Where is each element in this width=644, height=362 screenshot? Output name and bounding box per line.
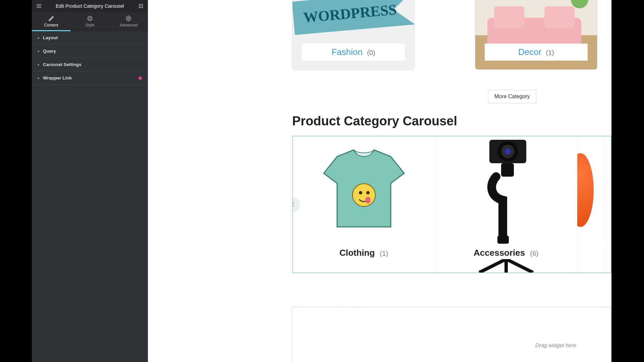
svg-rect-6 (139, 7, 140, 8)
slide-image (435, 136, 577, 244)
accordion-label: Wrapper Link (43, 75, 72, 80)
carousel-slide-accessories[interactable]: Accessories (6) (435, 136, 577, 273)
svg-point-10 (88, 16, 92, 21)
grid-icon[interactable] (137, 2, 145, 10)
slide-label: Clothing (1) (305, 244, 423, 261)
tab-style-label: Style (86, 23, 95, 27)
tab-advanced-label: Advanced (120, 23, 138, 27)
sidebar-title: Edit Product Category Carousel (43, 3, 137, 9)
svg-rect-0 (139, 4, 140, 5)
accordion-wrapper-link[interactable]: ▸ Wrapper Link (32, 71, 148, 85)
accordion-query[interactable]: ▸ Query (32, 45, 148, 58)
svg-rect-22 (501, 163, 514, 177)
product-peek-icon (577, 153, 594, 227)
category-label: Fashion (0) (302, 44, 405, 61)
category-label: Decor (1) (485, 44, 588, 61)
carousel-slide-partial[interactable] (577, 136, 604, 273)
section-title: Product Category Carousel (292, 114, 611, 128)
hamburger-icon[interactable] (35, 2, 43, 10)
svg-rect-1 (141, 4, 142, 5)
camera-gimbal-icon (469, 136, 543, 244)
svg-rect-23 (497, 236, 509, 244)
carousel-slide-clothing[interactable]: Clothing (1) (293, 136, 435, 273)
accordion-carousel-settings[interactable]: ▸ Carousel Settings (32, 58, 148, 71)
category-count: (0) (367, 49, 375, 56)
accordion-label: Carousel Settings (43, 62, 82, 67)
svg-point-16 (366, 191, 370, 194)
tab-advanced[interactable]: Advanced (109, 12, 148, 31)
slide-name: Clothing (339, 248, 375, 258)
pencil-icon (48, 15, 54, 21)
pro-badge-icon (139, 76, 142, 80)
caret-right-icon: ▸ (38, 76, 40, 80)
svg-rect-8 (142, 7, 143, 8)
tripod-peek-icon (473, 259, 540, 273)
tab-content[interactable]: Content (32, 12, 70, 31)
slide-name: Accessories (474, 248, 525, 258)
wordpress-pennant-icon: WORDPRESS (292, 0, 414, 35)
slide-image (293, 136, 435, 244)
arrow-left-icon (292, 201, 296, 207)
accordion-label: Layout (43, 35, 58, 40)
svg-rect-3 (139, 6, 140, 7)
carousel-slides: Clothing (1) (293, 136, 611, 273)
editor-sidebar: Edit Product Category Carousel Content S… (32, 0, 148, 362)
accordion-label: Query (43, 49, 56, 54)
category-count: (1) (546, 49, 554, 56)
gear-icon (125, 15, 131, 21)
style-icon (87, 15, 93, 21)
category-name[interactable]: Fashion (331, 47, 363, 57)
svg-point-15 (359, 191, 362, 194)
svg-rect-4 (141, 6, 142, 7)
more-category-button[interactable]: More Category (488, 90, 536, 103)
preview-canvas: WORDPRESS Fashion (0) (148, 0, 611, 362)
caret-right-icon: ▸ (38, 63, 40, 66)
tab-content-label: Content (44, 23, 58, 27)
accordion-layout[interactable]: ▸ Layout (32, 31, 148, 45)
svg-point-11 (128, 18, 129, 19)
svg-rect-5 (142, 6, 143, 7)
accordion: ▸ Layout ▸ Query ▸ Carousel Settings ▸ W… (32, 31, 148, 85)
caret-right-icon: ▸ (38, 49, 40, 53)
dropzone-hint: Drag widget here (535, 343, 576, 349)
svg-point-21 (505, 148, 511, 155)
category-card-fashion[interactable]: WORDPRESS Fashion (0) (292, 0, 415, 70)
svg-point-9 (89, 17, 91, 20)
svg-point-17 (365, 197, 371, 203)
product-category-carousel-widget[interactable]: Clothing (1) (292, 136, 611, 273)
tshirt-icon (317, 146, 411, 234)
svg-point-14 (353, 184, 375, 206)
sidebar-header: Edit Product Category Carousel (32, 0, 148, 12)
svg-rect-7 (141, 7, 142, 8)
top-category-cards: WORDPRESS Fashion (0) (292, 0, 611, 70)
slide-count: (6) (530, 250, 538, 257)
slide-count: (1) (380, 250, 388, 257)
category-card-decor[interactable]: Decor (1) (475, 0, 597, 70)
svg-rect-2 (142, 4, 143, 5)
category-name[interactable]: Decor (518, 47, 541, 57)
widget-dropzone[interactable]: Drag widget here (292, 307, 611, 362)
slide-image (577, 136, 604, 244)
tab-style[interactable]: Style (70, 12, 109, 31)
caret-right-icon: ▸ (38, 36, 40, 40)
slide-label (581, 244, 611, 251)
sidebar-tabs: Content Style Advanced (32, 12, 148, 31)
